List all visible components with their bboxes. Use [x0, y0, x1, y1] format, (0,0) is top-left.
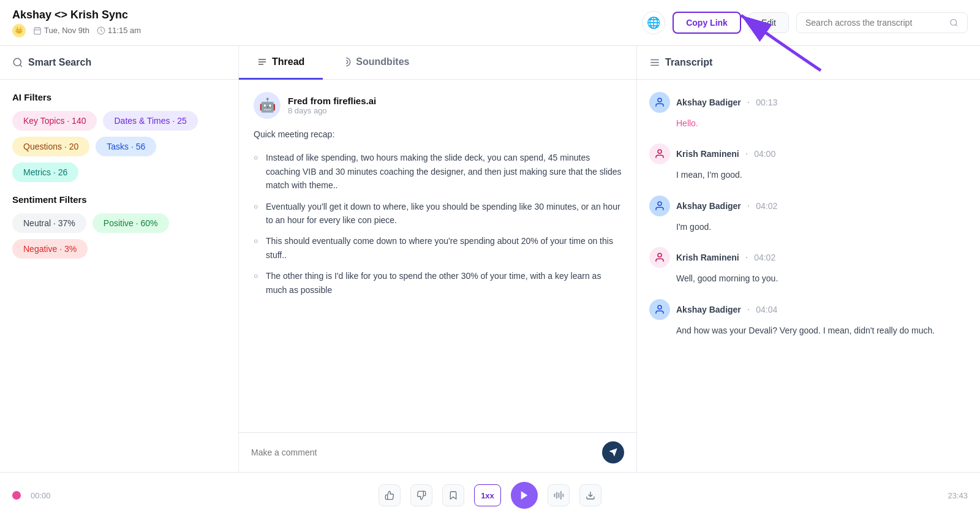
transcript-label: Transcript [665, 57, 712, 68]
author-name: Fred from fireflies.ai [288, 96, 376, 106]
center-tabs: Thread Soundbites [239, 46, 637, 79]
sentiment-filters-title: Sentiment Filters [12, 194, 226, 205]
thread-bullet-3: This should eventually come down to wher… [254, 230, 622, 265]
thumbs-down-icon [417, 490, 426, 500]
person-icon-3 [654, 200, 665, 211]
svg-line-9 [20, 64, 21, 66]
speaker-time-5: 04:04 [756, 305, 777, 314]
thread-bullets: Instead of like spending, two hours maki… [254, 147, 622, 300]
tabs-row: Smart Search Thread Soundbites Transcrip… [0, 46, 980, 80]
speaker-name-4: Krish Ramineni [676, 253, 739, 262]
bookmark-button[interactable] [442, 484, 464, 506]
speed-label: 1x [481, 491, 489, 500]
thread-author-row: 🤖 Fred from fireflies.ai 8 days ago [254, 92, 622, 119]
play-icon [519, 490, 530, 501]
search-bar [796, 12, 968, 33]
thread-bullet-4: The other thing is I'd like for you to s… [254, 265, 622, 300]
negative-chip[interactable]: Negative · 3% [12, 239, 88, 259]
speaker-row-1: Akshay Badiger · 00:13 [649, 92, 968, 113]
speaker-name-3: Akshay Badiger [676, 201, 741, 211]
clock-icon [97, 26, 105, 35]
transcript-entry-2: Krish Ramineni · 04:00 I mean, I'm good. [649, 143, 968, 181]
thumbs-up-button[interactable] [379, 484, 401, 506]
svg-point-8 [13, 58, 21, 66]
svg-line-6 [956, 25, 958, 26]
search-input[interactable] [805, 18, 944, 28]
copy-link-button[interactable]: Copy Link [673, 12, 741, 34]
neutral-chip[interactable]: Neutral · 37% [12, 213, 86, 233]
speaker-avatar-3 [649, 196, 670, 216]
positive-chip[interactable]: Positive · 60% [92, 213, 169, 233]
play-button[interactable] [511, 482, 538, 509]
person-icon-4 [654, 252, 665, 263]
thread-icon [257, 57, 267, 67]
sentiment-filter-chips: Neutral · 37% Positive · 60% Negative · … [12, 213, 226, 259]
send-icon [608, 448, 618, 457]
bookmark-icon [448, 490, 458, 500]
svg-marker-17 [609, 448, 617, 456]
soundbites-tab[interactable]: Soundbites [323, 46, 428, 80]
player-time-current: 00:00 [31, 491, 61, 500]
speaker-avatar-4 [649, 247, 670, 268]
search-icon [949, 18, 959, 28]
bot-avatar: 🤖 [254, 92, 281, 119]
player-bar: 00:00 1xx 23:43 [0, 472, 980, 518]
time-meta: 11:15 am [97, 26, 141, 35]
thread-bullet-2: Eventually you'll get it down to where, … [254, 196, 622, 231]
download-button[interactable] [579, 484, 601, 506]
speaker-time-3: 04:02 [756, 201, 777, 211]
transcript-text-3: I'm good. [649, 220, 968, 234]
speed-button[interactable]: 1xx [474, 484, 501, 506]
main-layout: AI Filters Key Topics · 140 Dates & Time… [0, 80, 980, 472]
ai-filter-chips: Key Topics · 140 Dates & Times · 25 Ques… [12, 111, 226, 182]
thumbs-down-button[interactable] [410, 484, 432, 506]
svg-rect-25 [556, 492, 557, 498]
thread-tab[interactable]: Thread [239, 46, 323, 80]
person-icon-1 [654, 97, 665, 108]
transcript-text-4: Well, good morning to you. [649, 272, 968, 285]
speaker-row-4: Krish Ramineni · 04:02 [649, 247, 968, 268]
sidebar: AI Filters Key Topics · 140 Dates & Time… [0, 80, 239, 472]
speaker-name-1: Akshay Badiger [676, 97, 741, 107]
waveform-button[interactable] [548, 484, 570, 506]
edit-button[interactable]: Edit [748, 12, 789, 33]
thumbs-up-icon [385, 490, 394, 500]
dates-times-chip[interactable]: Dates & Times · 25 [103, 111, 197, 131]
transcript-entry-3: Akshay Badiger · 04:02 I'm good. [649, 196, 968, 234]
speaker-avatar-1 [649, 92, 670, 113]
key-topics-chip[interactable]: Key Topics · 140 [12, 111, 97, 131]
speaker-time-4: 04:02 [754, 253, 775, 262]
thread-intro: Quick meeting recap: [254, 128, 622, 141]
comment-input[interactable] [251, 448, 595, 457]
author-time: 8 days ago [288, 106, 376, 115]
tasks-chip[interactable]: Tasks · 56 [96, 137, 156, 156]
header: Akshay <> Krish Sync 👑 Tue, Nov 9th 11:1… [0, 0, 980, 46]
transcript-entry-5: Akshay Badiger · 04:04 And how was your … [649, 299, 968, 337]
transcript-panel: Akshay Badiger · 00:13 Hello. Krish Rami… [637, 80, 980, 472]
speaker-avatar-5 [649, 299, 670, 320]
smart-search-tab[interactable]: Smart Search [12, 57, 91, 68]
svg-point-20 [658, 202, 662, 205]
date-text: Tue, Nov 9th [44, 26, 89, 35]
send-button[interactable] [602, 441, 624, 463]
download-icon [586, 490, 595, 500]
transcript-text-5: And how was your Devali? Very good. I me… [649, 324, 968, 337]
thread-label: Thread [272, 56, 304, 67]
speaker-time-2: 04:00 [754, 149, 775, 159]
player-controls: 1xx [379, 482, 601, 509]
transcript-tab[interactable]: Transcript [649, 57, 712, 68]
metrics-chip[interactable]: Metrics · 26 [12, 162, 78, 182]
globe-button[interactable]: 🌐 [642, 11, 665, 34]
speaker-row-3: Akshay Badiger · 04:02 [649, 196, 968, 216]
questions-chip[interactable]: Questions · 20 [12, 137, 89, 156]
player-time-total: 23:43 [937, 491, 968, 500]
speaker-time-1: 00:13 [756, 97, 777, 107]
transcript-entry-4: Krish Ramineni · 04:02 Well, good mornin… [649, 247, 968, 285]
waveform-icon [553, 491, 564, 500]
speaker-avatar-2 [649, 143, 670, 164]
soundbites-label: Soundbites [356, 56, 409, 67]
speaker-row-2: Krish Ramineni · 04:00 [649, 143, 968, 164]
thread-bullet-1: Instead of like spending, two hours maki… [254, 147, 622, 196]
ai-filters-title: AI Filters [12, 92, 226, 102]
meeting-title: Akshay <> Krish Sync [12, 9, 141, 21]
